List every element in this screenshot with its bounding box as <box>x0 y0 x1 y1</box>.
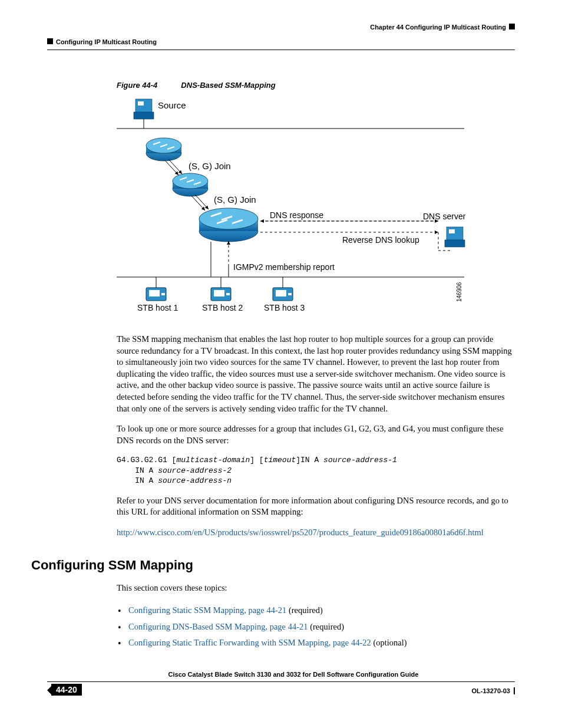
figure-number: Figure 44-4 <box>117 81 157 90</box>
paragraph-1: The SSM mapping mechanism that enables t… <box>117 334 515 414</box>
list-item: Configuring Static Traffic Forwarding wi… <box>128 635 515 651</box>
section-text: Configuring IP Multicast Routing <box>56 38 157 45</box>
paragraph-2: To look up one or more source addresses … <box>117 423 515 446</box>
link-static-ssm[interactable]: Configuring Static SSM Mapping, page 44-… <box>128 605 286 615</box>
svg-rect-1 <box>134 112 154 119</box>
link-static-traffic[interactable]: Configuring Static Traffic Forwarding wi… <box>128 638 371 647</box>
svg-rect-27 <box>149 290 160 297</box>
dns-server-label: DNS server <box>423 212 466 221</box>
figure-caption: DNS-Based SSM-Mapping <box>181 81 275 90</box>
svg-rect-2 <box>138 101 144 106</box>
ssm-mapping-url[interactable]: http://www.cisco.com/en/US/products/sw/i… <box>117 528 484 537</box>
svg-rect-19 <box>449 229 455 233</box>
link-dns-ssm[interactable]: Configuring DNS-Based SSM Mapping, page … <box>128 622 308 631</box>
svg-rect-28 <box>161 293 165 295</box>
page-container: Chapter 44 Configuring IP Multicast Rout… <box>0 0 562 728</box>
page-footer: Cisco Catalyst Blade Switch 3130 and 303… <box>47 671 515 696</box>
svg-rect-18 <box>445 240 465 247</box>
paragraph-3: Refer to your DNS server documentation f… <box>117 495 515 518</box>
source-label: Source <box>158 100 186 110</box>
svg-rect-35 <box>276 290 286 297</box>
page-content: Figure 44-4DNS-Based SSM-Mapping Source <box>47 81 515 651</box>
figure-title: Figure 44-4DNS-Based SSM-Mapping <box>117 81 515 90</box>
svg-point-13 <box>199 208 258 229</box>
list-item: Configuring DNS-Based SSM Mapping, page … <box>128 619 515 635</box>
sg-join-1: (S, G) Join <box>189 161 231 171</box>
doc-title: Cisco Catalyst Blade Switch 3130 and 303… <box>72 671 515 678</box>
svg-rect-31 <box>214 290 224 297</box>
section-heading: Configuring IP Multicast Routing <box>47 38 515 45</box>
stb1-label: STB host 1 <box>137 303 178 312</box>
igmp-label: IGMPv2 membership report <box>233 262 335 272</box>
topic-list: Configuring Static SSM Mapping, page 44-… <box>117 602 515 651</box>
svg-rect-36 <box>288 293 292 295</box>
figure-diagram: Source (S, G) Join <box>117 95 476 319</box>
section-heading-configuring-ssm: Configuring SSM Mapping <box>31 558 515 573</box>
svg-rect-32 <box>226 293 230 295</box>
publication-number: OL-13270-03 <box>472 687 510 694</box>
stb3-label: STB host 3 <box>264 303 305 312</box>
page-number-badge: 44-20 <box>47 684 82 696</box>
sg-join-2: (S, G) Join <box>214 195 256 205</box>
code-block: G4.G3.G2.G1 [multicast-domain] [timeout]… <box>117 455 515 486</box>
stb2-label: STB host 2 <box>202 303 243 312</box>
reverse-lookup-label: Reverse DNS lookup <box>342 235 419 245</box>
section-intro: This section covers these topics: <box>117 582 515 594</box>
page-header: Chapter 44 Configuring IP Multicast Rout… <box>47 24 515 45</box>
figure-id-number: 146906 <box>456 282 462 302</box>
list-item: Configuring Static SSM Mapping, page 44-… <box>128 602 515 619</box>
chapter-text: Chapter 44 Configuring IP Multicast Rout… <box>370 24 506 31</box>
chapter-heading: Chapter 44 Configuring IP Multicast Rout… <box>47 24 515 31</box>
dns-response-label: DNS response <box>270 210 323 220</box>
